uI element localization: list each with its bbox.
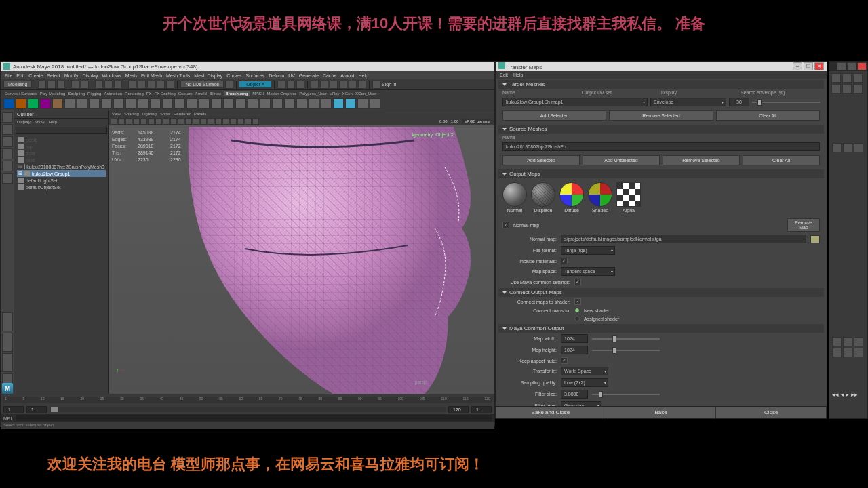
filtersize-slider[interactable] (592, 394, 660, 395)
menu-deform[interactable]: Deform (269, 73, 284, 78)
menu-help[interactable]: Help (359, 73, 368, 78)
tool-icon[interactable] (260, 98, 271, 109)
use-common-checkbox[interactable]: ✓ (574, 279, 581, 285)
shelf-new-icon[interactable] (38, 81, 46, 89)
tool-icon[interactable] (321, 98, 332, 109)
tool-icon[interactable] (125, 98, 136, 109)
menu-edit[interactable]: Edit (16, 73, 24, 78)
maximize-button[interactable]: ☐ (804, 62, 813, 70)
shelf-ipr-icon[interactable] (287, 81, 295, 89)
connect-shader-checkbox[interactable]: ✓ (574, 298, 581, 305)
tab-fx[interactable]: FX (146, 92, 152, 96)
menu-curves[interactable]: Curves (226, 73, 241, 78)
shelf-undo-icon[interactable] (71, 81, 79, 89)
panel-icon[interactable] (832, 348, 842, 357)
tab-sculpt[interactable]: Sculpting (68, 92, 85, 96)
source-clear-all-button[interactable]: Clear All (743, 155, 820, 165)
shelf-render-icon[interactable] (277, 81, 285, 89)
tool-icon[interactable] (64, 98, 75, 109)
shelf-snap1-icon[interactable] (128, 81, 136, 89)
tab-polyuser[interactable]: Polygons_User (299, 92, 327, 96)
panel-icon[interactable] (831, 73, 841, 83)
panel-icon[interactable] (854, 348, 863, 357)
shelf-redo-icon[interactable] (81, 81, 89, 89)
menu-select[interactable]: Select (47, 73, 60, 78)
menubar[interactable]: File Edit Create Select Modify Display W… (1, 71, 494, 79)
outliner-tree[interactable]: persp top front side ⊞kulou20180807hp:ZB… (14, 135, 108, 394)
vp-menu-panels[interactable]: Panels (194, 112, 206, 116)
vp-menu-shading[interactable]: Shading (124, 112, 139, 116)
layout-outliner-icon[interactable] (2, 353, 13, 372)
play-start-icon[interactable] (311, 81, 319, 89)
vp-icon[interactable] (125, 118, 132, 125)
menu-uv[interactable]: UV (288, 73, 295, 78)
tool-icon[interactable] (357, 98, 368, 109)
remove-map-button[interactable]: Remove Map (787, 218, 820, 232)
mel-label[interactable]: MEL (3, 416, 13, 421)
panel-icon[interactable] (831, 84, 841, 94)
tab-custom[interactable]: Custom (178, 92, 193, 96)
vp-icon[interactable] (170, 118, 177, 125)
play-prev-icon[interactable] (320, 81, 328, 89)
xfer-titlebar[interactable]: Transfer Maps – ☐ ✕ (496, 62, 827, 71)
vp-icon[interactable] (148, 118, 155, 125)
tab-curves[interactable]: Curves / Surfaces (5, 92, 37, 96)
menu-windows[interactable]: Windows (102, 73, 121, 78)
vp-icon[interactable] (215, 118, 222, 125)
select-tool-icon[interactable] (2, 112, 13, 123)
panel-icon[interactable] (853, 84, 863, 94)
panel-icon[interactable] (832, 143, 842, 152)
vp-icon[interactable] (118, 118, 125, 125)
vp-icon[interactable] (222, 118, 229, 125)
outliner-menu-help[interactable]: Help (49, 120, 57, 124)
shelf-snap3-icon[interactable] (147, 81, 155, 89)
connect-output-header[interactable]: Connect Output Maps (498, 288, 824, 297)
normal-map-button[interactable]: Normal (502, 182, 527, 213)
menu-arnold[interactable]: Arnold (340, 73, 354, 78)
signin-label[interactable]: Sign in (382, 82, 396, 87)
tool-icon[interactable] (211, 98, 222, 109)
tool-icon[interactable] (296, 98, 307, 109)
viewport[interactable]: View Shading Lighting Show Renderer Pane… (109, 110, 494, 394)
tool-icon[interactable] (138, 98, 149, 109)
shelf-open-icon[interactable] (47, 81, 56, 89)
shelf-magnet-icon[interactable] (225, 81, 233, 89)
user-icon[interactable] (372, 81, 380, 89)
rotate-tool-icon[interactable] (2, 161, 13, 171)
bake-button[interactable]: Bake (606, 407, 717, 418)
scale-tool-icon[interactable] (2, 173, 13, 184)
transfer-dropdown[interactable]: World Space (561, 367, 608, 375)
width-field[interactable]: 1024 (561, 334, 588, 343)
menu-create[interactable]: Create (28, 73, 43, 78)
filtertype-dropdown[interactable]: Gaussian (561, 401, 601, 406)
tool-icon[interactable] (52, 98, 63, 109)
mel-input[interactable] (16, 415, 492, 421)
tool-icon[interactable] (28, 98, 39, 109)
layout-four-icon[interactable] (2, 333, 13, 352)
height-field[interactable]: 1024 (561, 346, 588, 354)
vp-menu-lighting[interactable]: Lighting (142, 112, 157, 116)
tool-icon[interactable] (89, 98, 100, 109)
range-start[interactable]: 1 (3, 406, 24, 413)
vp-icon[interactable] (193, 118, 199, 125)
shelf-rglobals-icon[interactable] (296, 81, 304, 89)
tab-fxcache[interactable]: FX Caching (154, 92, 175, 96)
nolive-label[interactable]: No Live Surface (180, 81, 224, 88)
vp-menu-renderer[interactable]: Renderer (174, 112, 191, 116)
tool-icon[interactable] (40, 98, 51, 109)
shelf-snap4-icon[interactable] (157, 81, 165, 89)
vp-icon[interactable] (230, 118, 237, 125)
tab-xgen[interactable]: XGen (342, 92, 353, 96)
menu-mesh[interactable]: Mesh (125, 73, 137, 78)
vp-icon[interactable] (237, 118, 244, 125)
shelf-lasso-icon[interactable] (104, 81, 113, 89)
tool-icon[interactable] (223, 98, 234, 109)
menu-editmesh[interactable]: Edit Mesh (141, 73, 162, 78)
tool-icon[interactable] (248, 98, 258, 109)
object-field[interactable]: Object X (239, 81, 271, 87)
source-remove-selected-button[interactable]: Remove Selected (663, 155, 740, 165)
aspect-checkbox[interactable]: ✓ (561, 357, 568, 364)
panel-icon[interactable] (854, 143, 863, 152)
envelope-slider[interactable] (752, 102, 820, 103)
tool-icon[interactable] (77, 98, 87, 109)
